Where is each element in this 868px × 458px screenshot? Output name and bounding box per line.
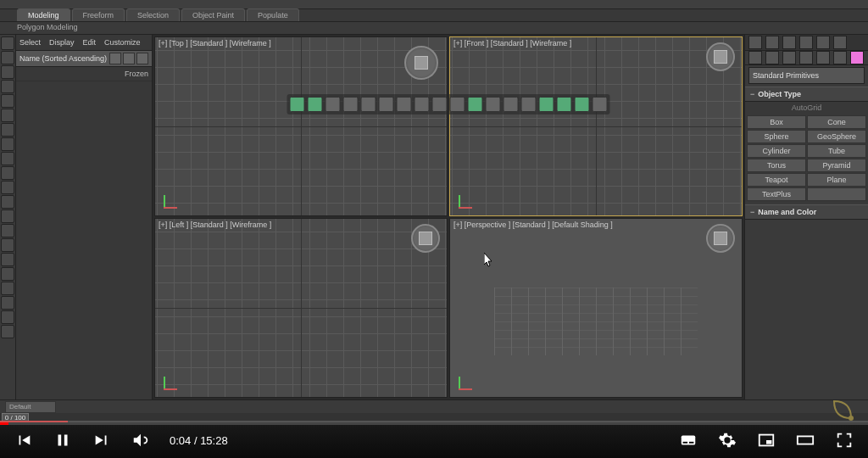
spacewarps-icon[interactable] <box>833 51 847 64</box>
tool-icon[interactable] <box>1 123 14 137</box>
float-icon[interactable] <box>521 97 537 112</box>
tool-icon[interactable] <box>1 166 14 180</box>
next-button[interactable] <box>92 433 112 448</box>
tool-icon[interactable] <box>1 253 14 266</box>
ribbon-tab-populate[interactable]: Populate <box>247 8 299 21</box>
tool-icon[interactable] <box>1 310 14 324</box>
filter-icon[interactable] <box>123 53 135 64</box>
geometry-icon[interactable] <box>748 51 762 64</box>
rollout-header[interactable]: Object Type <box>745 87 868 102</box>
tool-icon[interactable] <box>1 80 14 93</box>
viewport-label[interactable]: [+] [Perspective ] [Standard ] [Default … <box>453 221 613 229</box>
primitive-button[interactable]: Teapot <box>747 173 806 187</box>
lock-icon[interactable] <box>136 53 148 64</box>
float-icon[interactable] <box>575 97 590 112</box>
hierarchy-icon[interactable] <box>782 36 796 49</box>
float-icon[interactable] <box>486 97 501 112</box>
shapes-icon[interactable] <box>765 51 779 64</box>
search-icon[interactable] <box>109 53 121 64</box>
viewcube-icon[interactable] <box>404 46 438 80</box>
float-icon[interactable] <box>397 97 412 112</box>
tool-icon[interactable] <box>1 36 14 50</box>
tool-icon[interactable] <box>1 137 14 151</box>
float-icon[interactable] <box>361 97 376 112</box>
autogrid-checkbox[interactable]: AutoGrid <box>745 102 868 114</box>
utilities-icon[interactable] <box>833 36 847 49</box>
settings-button[interactable] <box>717 433 737 448</box>
tool-icon[interactable] <box>1 51 14 64</box>
captions-button[interactable] <box>678 433 698 448</box>
cameras-icon[interactable] <box>799 51 813 64</box>
viewport-perspective[interactable]: [+] [Perspective ] [Standard ] [Default … <box>449 218 743 398</box>
layer-selector[interactable]: Default <box>5 401 56 413</box>
primitive-button[interactable]: Plane <box>807 173 866 187</box>
primitive-button[interactable]: Tube <box>807 144 866 158</box>
float-icon[interactable] <box>290 97 305 112</box>
viewport-label[interactable]: [+] [Front ] [Standard ] [Wireframe ] <box>453 39 571 47</box>
scene-tab-customize[interactable]: Customize <box>104 38 141 47</box>
viewcube-icon[interactable] <box>706 42 735 71</box>
viewport-front[interactable]: [+] [Front ] [Standard ] [Wireframe ] <box>449 36 743 216</box>
primitive-button[interactable]: Torus <box>747 159 806 172</box>
tool-icon[interactable] <box>1 65 14 79</box>
viewcube-icon[interactable] <box>411 224 440 253</box>
viewcube-icon[interactable] <box>706 224 735 253</box>
float-icon[interactable] <box>379 97 394 112</box>
tool-icon[interactable] <box>1 325 14 338</box>
tool-icon[interactable] <box>1 209 14 223</box>
float-icon[interactable] <box>450 97 465 112</box>
float-icon[interactable] <box>557 97 572 112</box>
helpers-icon[interactable] <box>816 51 830 64</box>
tool-icon[interactable] <box>1 224 14 237</box>
viewport-label[interactable]: [+] [Top ] [Standard ] [Wireframe ] <box>159 39 271 47</box>
category-dropdown[interactable]: Standard Primitives <box>748 67 865 84</box>
rollout-header[interactable]: Name and Color <box>745 204 868 220</box>
primitive-button[interactable]: Sphere <box>747 130 806 143</box>
scene-tab-display[interactable]: Display <box>49 38 75 47</box>
previous-button[interactable] <box>14 433 34 448</box>
tool-icon[interactable] <box>1 296 14 310</box>
modify-icon[interactable] <box>765 36 779 49</box>
pause-button[interactable] <box>53 433 73 448</box>
tool-icon[interactable] <box>1 267 14 281</box>
systems-icon[interactable] <box>850 51 864 64</box>
volume-button[interactable] <box>131 433 151 448</box>
viewport-top[interactable]: [+] [Top ] [Standard ] [Wireframe ] <box>154 36 448 216</box>
primitive-button[interactable]: Cylinder <box>747 144 806 158</box>
float-icon[interactable] <box>432 97 448 112</box>
plus-icon[interactable] <box>748 36 762 49</box>
display-icon[interactable] <box>816 36 830 49</box>
ribbon-tab-modeling[interactable]: Modeling <box>17 8 70 21</box>
scene-tab-select[interactable]: Select <box>19 38 41 47</box>
primitive-button[interactable]: Box <box>747 115 806 129</box>
video-scrubber[interactable] <box>0 422 868 425</box>
theater-button[interactable] <box>795 433 815 448</box>
fullscreen-button[interactable] <box>834 433 854 448</box>
motion-icon[interactable] <box>799 36 813 49</box>
scene-tab-edit[interactable]: Edit <box>83 38 97 47</box>
scene-explorer-header[interactable]: Name (Sorted Ascending) <box>16 51 152 67</box>
lights-icon[interactable] <box>782 51 796 64</box>
ribbon-tab-freeform[interactable]: Freeform <box>72 8 125 21</box>
tool-icon[interactable] <box>1 94 14 108</box>
viewport-label[interactable]: [+] [Left ] [Standard ] [Wireframe ] <box>159 221 271 229</box>
ribbon-tab-selection[interactable]: Selection <box>126 8 180 21</box>
primitive-button[interactable] <box>807 187 866 201</box>
float-icon[interactable] <box>539 97 554 112</box>
miniplayer-button[interactable] <box>756 433 776 448</box>
ribbon-tab-objectpaint[interactable]: Object Paint <box>181 8 245 21</box>
float-icon[interactable] <box>504 97 519 112</box>
viewport-left[interactable]: [+] [Left ] [Standard ] [Wireframe ] <box>154 218 448 398</box>
light-icon[interactable] <box>343 97 359 112</box>
tool-icon[interactable] <box>1 282 14 295</box>
primitive-button[interactable]: Cone <box>807 115 866 129</box>
tool-icon[interactable] <box>1 195 14 209</box>
bulb-icon[interactable] <box>326 97 341 112</box>
float-icon[interactable] <box>308 97 323 112</box>
tool-icon[interactable] <box>1 152 14 165</box>
float-icon[interactable] <box>415 97 430 112</box>
primitive-button[interactable]: GeoSphere <box>807 130 866 143</box>
float-icon[interactable] <box>593 97 608 112</box>
tool-icon[interactable] <box>1 238 14 252</box>
primitive-button[interactable]: TextPlus <box>747 187 806 201</box>
